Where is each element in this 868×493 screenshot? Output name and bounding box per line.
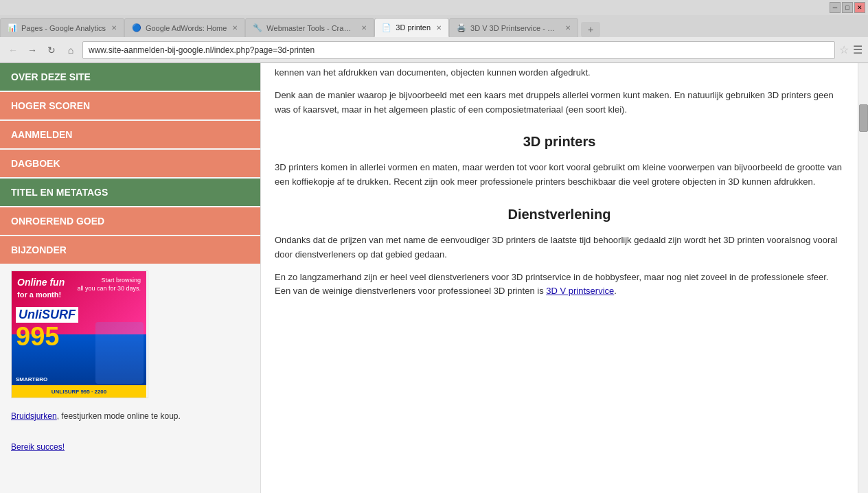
bruidsjurken-link[interactable]: Bruidsjurken [11,411,57,421]
home-button[interactable]: ⌂ [63,43,78,58]
tab-3dprint[interactable]: 📄 3D printen ✕ [374,18,449,37]
refresh-button[interactable]: ↻ [44,43,59,58]
tab-3dprint-icon: 📄 [382,23,391,32]
scrollbar-thumb[interactable] [859,104,868,132]
tab-3dprint-close[interactable]: ✕ [436,24,442,32]
paragraph-2: 3D printers komen in allerlei vormen en … [275,161,844,190]
paragraph-4: En zo langzamerhand zijn er heel veel di… [275,271,844,299]
title-bar: ─ □ ✕ [0,0,868,15]
tab-adwords-label: Google AdWords: Home [146,24,227,32]
nav-titel-en-metatags[interactable]: TITEL EN METATAGS [0,179,260,206]
tab-webmaster-close[interactable]: ✕ [361,24,367,32]
forward-button[interactable]: → [25,43,40,58]
page-container: OVER DEZE SITE HOGER SCOREN AANMELDEN DA… [0,63,868,493]
maximize-button[interactable]: □ [842,2,853,13]
ad-online-text: Online fun for a month! [17,277,65,300]
tab-adwords-close[interactable]: ✕ [232,24,238,32]
tab-adwords[interactable]: 🔵 Google AdWords: Home ✕ [124,18,245,37]
tab-webmaster-label: Webmaster Tools - Crawl Er... [266,24,356,32]
smartbro-ad-content: Online fun for a month! Start browsingal… [12,271,146,398]
nav-menu: OVER DEZE SITE HOGER SCOREN AANMELDEN DA… [0,63,260,264]
sidebar-link-bruidsjurken: Bruidsjurken, feestjurken mode online te… [11,411,249,421]
ad-person-area [95,322,144,384]
ad-smartbro-logo: SMARTBRO [16,376,47,382]
ad-banner: Online fun for a month! Start browsingal… [11,271,148,398]
tab-3dv-icon: 🖨️ [457,23,466,32]
tab-webmaster[interactable]: 🔧 Webmaster Tools - Crawl Er... ✕ [245,18,374,37]
sidebar: OVER DEZE SITE HOGER SCOREN AANMELDEN DA… [0,63,261,493]
3dv-printservice-link[interactable]: 3D V printservice [546,286,614,296]
intro-paragraph: kennen van het afdrukken van documenten,… [275,66,844,80]
section-title-dienstverlening: Dienstverlening [275,203,844,225]
nav-onroerend-goed[interactable]: ONROEREND GOED [0,207,260,235]
address-bar: ← → ↻ ⌂ ☆ ☰ [0,37,868,63]
tab-analytics-close[interactable]: ✕ [111,24,117,32]
tab-3dv-label: 3D V 3D Printservice - Profe... [470,24,560,32]
minimize-button[interactable]: ─ [830,2,841,13]
bereik-link[interactable]: Bereik succes! [11,442,65,452]
close-button[interactable]: ✕ [854,2,865,13]
tab-webmaster-icon: 🔧 [253,23,262,32]
tab-bar: 📊 Pages - Google Analytics ✕ 🔵 Google Ad… [0,15,868,37]
paragraph-4-post: . [614,286,617,296]
scrollbar-track[interactable] [858,63,868,493]
sidebar-link-bereik: Bereik succes! [11,442,249,452]
tab-3dprint-label: 3D printen [396,23,431,32]
new-tab-button[interactable]: + [581,22,600,37]
ad-bottom-bar: UNLISURF 995 · 2200 [12,385,146,398]
nav-aanmelden[interactable]: AANMELDEN [0,121,260,148]
ad-browsing-text: Start browsingall you can for 30 days. [77,277,141,293]
nav-dagboek[interactable]: DAGBOEK [0,150,260,177]
sidebar-links: Bruidsjurken, feestjurken mode online te… [0,404,260,466]
window-controls[interactable]: ─ □ ✕ [830,2,865,13]
tab-3dv-close[interactable]: ✕ [565,24,571,32]
tab-adwords-icon: 🔵 [132,23,141,32]
paragraph-1: Denk aan de manier waarop je bijvoorbeel… [275,89,844,117]
ad-unisurf-text: UnliSURF [16,307,78,323]
tab-analytics-icon: 📊 [8,23,17,32]
back-button[interactable]: ← [5,43,21,58]
nav-hoger-scoren[interactable]: HOGER SCOREN [0,92,260,119]
bookmark-star-icon[interactable]: ☆ [839,43,849,56]
nav-over-deze-site[interactable]: OVER DEZE SITE [0,63,260,91]
tab-analytics[interactable]: 📊 Pages - Google Analytics ✕ [0,18,124,37]
paragraph-3: Ondanks dat de prijzen van met name de e… [275,233,844,262]
menu-icon[interactable]: ☰ [853,43,863,56]
tab-analytics-label: Pages - Google Analytics [21,24,106,32]
ad-price-text: 995 [16,323,59,349]
bruidsjurken-text: , feestjurken mode online te koup. [57,411,181,421]
main-content: kennen van het afdrukken van documenten,… [261,63,858,493]
address-input[interactable] [82,41,835,59]
tab-3dv[interactable]: 🖨️ 3D V 3D Printservice - Profe... ✕ [449,18,578,37]
nav-bijzonder[interactable]: BIJZONDER [0,236,260,264]
section-title-3d-printers: 3D printers [275,130,844,152]
